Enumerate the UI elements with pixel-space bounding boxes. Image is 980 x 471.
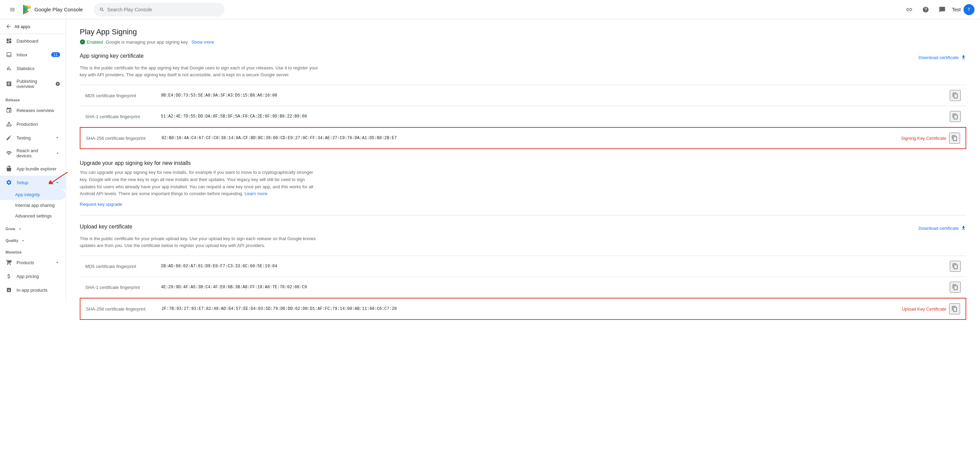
link-icon — [906, 6, 913, 13]
help-icon — [922, 6, 929, 13]
download-upload-cert-button[interactable]: Download certificate — [918, 225, 966, 231]
copy-icon-5 — [952, 284, 958, 290]
sha1-label: SHA-1 certificate fingerprint — [85, 114, 161, 119]
copy-icon-6 — [951, 306, 958, 312]
statistics-icon — [5, 65, 13, 72]
header: Google Play Console Test T — [0, 0, 980, 19]
copy-md5-button[interactable] — [950, 90, 961, 101]
upload-key-description: This is the public certificate for your … — [80, 235, 320, 249]
releases-overview-label: Releases overview — [16, 108, 54, 113]
products-expand-icon — [55, 260, 60, 265]
in-app-icon — [5, 287, 13, 293]
all-apps-nav[interactable]: All apps — [0, 19, 66, 34]
sidebar-item-releases-overview[interactable]: Releases overview — [0, 103, 66, 117]
all-apps-label: All apps — [14, 24, 30, 29]
show-more-link[interactable]: Show more — [191, 40, 214, 44]
app-signing-sha256-row: SHA-256 certificate fingerprint 02:B0:16… — [80, 127, 966, 149]
sidebar-item-inbox[interactable]: Inbox 11 — [0, 48, 66, 62]
sidebar-item-app-bundle[interactable]: App bundle explorer — [0, 162, 66, 176]
upload-key-highlight-label: Upload Key Certificate — [902, 306, 946, 312]
signing-key-highlight-label: Signing Key Certificate — [901, 136, 946, 141]
app-signing-section-header: App signing key certificate Download cer… — [80, 53, 966, 62]
back-icon — [5, 23, 12, 30]
copy-icon-4 — [952, 263, 958, 270]
sha1-value: 51:A2:4E:7D:55:DD:DA:8F:5B:DF:5A:F0:CA:2… — [161, 114, 947, 119]
testing-label: Testing — [16, 135, 30, 141]
user-name-text: Test — [952, 7, 961, 13]
upload-sha1-label: SHA-1 certificate fingerprint — [85, 285, 161, 290]
dashboard-icon — [5, 38, 13, 44]
sidebar-item-dashboard[interactable]: Dashboard — [0, 34, 66, 48]
logo-link[interactable]: Google Play Console — [22, 5, 83, 14]
upgrade-description: You can upgrade your app signing key for… — [80, 169, 320, 198]
learn-more-link[interactable]: Learn more — [245, 191, 267, 196]
avatar[interactable]: T — [964, 4, 975, 15]
production-icon — [5, 121, 13, 127]
setup-expand-icon — [55, 180, 60, 185]
copy-upload-sha1-button[interactable] — [950, 282, 961, 293]
upload-sha256-value: 2F:7B:93:27:93:E7:82:48:AD:64:57:EE:D4:0… — [162, 306, 896, 311]
sidebar-sub-item-internal-sharing[interactable]: Internal app sharing — [0, 200, 66, 211]
upload-key-section-header: Upload key certificate Download certific… — [80, 224, 966, 233]
request-upgrade-link[interactable]: Request key upgrade — [80, 201, 123, 207]
main-content: Play App Signing Enabled Google is manag… — [66, 19, 980, 471]
bundle-icon — [5, 165, 13, 172]
app-signing-md5-row: MD5 certificate fingerprint 9B:E4:DD:73:… — [80, 85, 966, 106]
download-icon — [961, 55, 966, 60]
link-button[interactable] — [902, 3, 916, 16]
sidebar-item-production[interactable]: Production — [0, 117, 66, 131]
setup-icon — [5, 179, 13, 186]
app-signing-description: This is the public certificate for the a… — [80, 65, 320, 78]
setup-label: Setup — [16, 180, 28, 185]
inbox-label: Inbox — [16, 52, 27, 57]
search-container — [94, 3, 224, 16]
divider — [80, 215, 966, 216]
sidebar-item-in-app-products[interactable]: In-app products — [0, 283, 66, 297]
copy-upload-md5-button[interactable] — [950, 261, 961, 272]
internal-sharing-label: Internal app sharing — [15, 203, 55, 208]
status-description: Google is managing your app signing key. — [106, 40, 189, 44]
sidebar-item-app-pricing[interactable]: App pricing — [0, 270, 66, 283]
copy-upload-sha256-button[interactable] — [949, 303, 960, 314]
upload-md5-value: 2B:AD:88:02:A7:81:D9:E0:F7:C3:33:6C:60:5… — [161, 264, 947, 269]
releases-icon — [5, 107, 13, 114]
upgrade-section: Upgrade your app signing key for new ins… — [80, 160, 966, 207]
copy-sha256-button[interactable] — [949, 133, 960, 144]
download-signing-cert-button[interactable]: Download certificate — [918, 55, 966, 60]
sidebar-item-testing[interactable]: Testing — [0, 131, 66, 144]
upload-sha256-label: SHA-256 certificate fingerprint — [86, 306, 162, 312]
app-signing-title: App signing key certificate — [80, 53, 144, 59]
reach-devices-label: Reach and devices — [16, 148, 51, 159]
sidebar-item-statistics[interactable]: Statistics — [0, 62, 66, 75]
sidebar-sub-item-app-integrity[interactable]: App integrity — [0, 189, 66, 200]
reach-icon — [5, 150, 13, 157]
menu-button[interactable] — [5, 3, 19, 16]
sidebar-item-publishing-overview[interactable]: Publishing overview — [0, 75, 66, 92]
sidebar-item-products[interactable]: Products — [0, 255, 66, 270]
sidebar: All apps Dashboard Inbox 11 Statisti — [0, 19, 66, 302]
messages-button[interactable] — [935, 3, 949, 16]
logo-text: Google Play Console — [34, 6, 83, 13]
help-button[interactable] — [919, 3, 932, 16]
testing-icon — [5, 134, 13, 141]
copy-icon-3 — [951, 135, 958, 141]
download-icon-2 — [961, 225, 966, 231]
app-signing-cert-rows: MD5 certificate fingerprint 9B:E4:DD:73:… — [80, 85, 966, 149]
md5-label: MD5 certificate fingerprint — [85, 93, 161, 98]
search-input[interactable] — [107, 7, 219, 13]
app-signing-sha1-row: SHA-1 certificate fingerprint 51:A2:4E:7… — [80, 106, 966, 127]
production-label: Production — [16, 122, 38, 127]
publishing-icon — [5, 80, 13, 87]
statistics-label: Statistics — [16, 66, 34, 71]
advanced-settings-label: Advanced settings — [15, 213, 52, 219]
copy-icon — [952, 92, 958, 98]
sidebar-item-setup[interactable]: Setup — [0, 176, 66, 189]
copy-sha1-button[interactable] — [950, 111, 961, 122]
quality-chevron — [21, 238, 25, 243]
release-section-label: Release — [0, 92, 66, 103]
products-icon — [5, 259, 13, 266]
layout: All apps Dashboard Inbox 11 Statisti — [0, 19, 980, 471]
sidebar-item-reach-devices[interactable]: Reach and devices — [0, 144, 66, 162]
sidebar-sub-item-advanced-settings[interactable]: Advanced settings — [0, 211, 66, 221]
app-pricing-label: App pricing — [16, 274, 39, 279]
